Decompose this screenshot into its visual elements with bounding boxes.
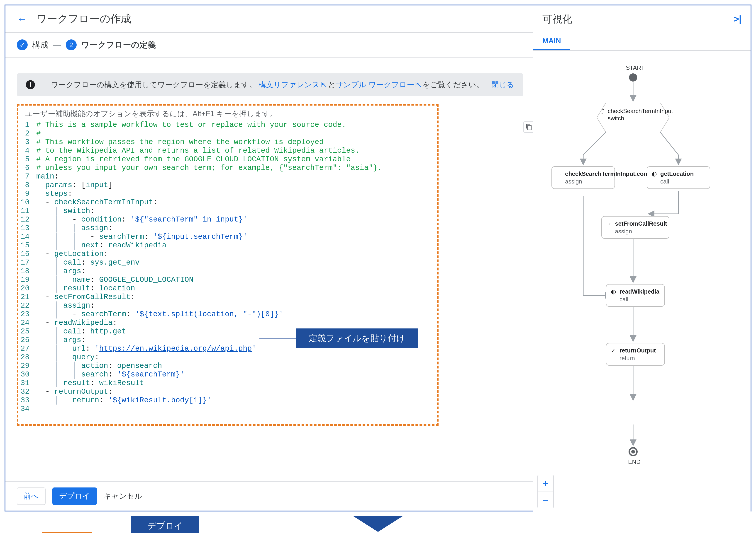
arrow-right-icon: → bbox=[555, 170, 562, 177]
down-arrow-decoration bbox=[353, 516, 403, 532]
page-title: ワークフローの作成 bbox=[36, 12, 607, 26]
graph-node-readwikipedia[interactable]: ◐ readWikipediacall bbox=[606, 284, 665, 307]
zoom-control: + − bbox=[537, 475, 554, 508]
deploy-button[interactable]: デプロイ bbox=[52, 488, 97, 505]
step-2-label: ワークフローの定義 bbox=[81, 39, 156, 51]
annotation-connector bbox=[259, 338, 296, 339]
arrow-right-icon: → bbox=[606, 220, 612, 227]
banner-link-syntax[interactable]: 構文リファレンス bbox=[258, 80, 320, 89]
visualization-title: 可視化 bbox=[542, 13, 572, 26]
external-link-icon: ⇱ bbox=[415, 80, 421, 89]
cancel-button[interactable]: キャンセル bbox=[104, 491, 142, 501]
banner-link-sample[interactable]: サンプル ワークフロー bbox=[336, 80, 414, 89]
tab-main[interactable]: MAIN bbox=[533, 33, 570, 50]
graph-node-setfromcallresult[interactable]: → setFromCallResultassign bbox=[601, 216, 669, 239]
annotation-deploy: デプロイ bbox=[131, 516, 199, 533]
globe-icon: ◐ bbox=[610, 288, 617, 295]
footer-actions: 前へ デプロイ キャンセル bbox=[6, 481, 535, 511]
graph-node-getlocation[interactable]: ◐ getLocationcall bbox=[647, 166, 710, 189]
collapse-panel-icon[interactable]: >| bbox=[734, 14, 742, 24]
graph-node-switch[interactable]: ⤴ checkSearchTermInInputswitch bbox=[597, 103, 669, 132]
globe-icon: ◐ bbox=[651, 170, 658, 177]
workflow-graph[interactable]: START ⤴ checkSearchTermInInputswitch → c… bbox=[533, 51, 750, 512]
step-2-badge: 2 bbox=[66, 39, 77, 50]
info-banner: i ワークフローの構文を使用してワークフローを定義します。 構文リファレンス⇱と… bbox=[17, 73, 523, 96]
prev-button[interactable]: 前へ bbox=[17, 488, 45, 505]
stepper: 構成 — 2 ワークフローの定義 bbox=[6, 33, 535, 58]
code-editor[interactable]: ユーザー補助機能のオプションを表示するには、Alt+F1 キーを押します。 1#… bbox=[17, 104, 439, 426]
graph-end-node bbox=[629, 447, 638, 456]
external-link-icon: ⇱ bbox=[321, 80, 327, 89]
step-1-label[interactable]: 構成 bbox=[32, 39, 48, 51]
step-1-check-icon bbox=[17, 39, 28, 50]
graph-start-node bbox=[629, 73, 637, 82]
graph-node-condition1[interactable]: → checkSearchTermInInput.condition1assig… bbox=[552, 166, 615, 189]
step-divider: — bbox=[53, 40, 61, 50]
back-arrow-icon[interactable]: ← bbox=[17, 13, 27, 25]
graph-start-label: START bbox=[626, 64, 645, 71]
zoom-in-button[interactable]: + bbox=[538, 475, 553, 492]
annotation-connector bbox=[105, 526, 131, 526]
zoom-out-button[interactable]: − bbox=[538, 492, 553, 508]
graph-end-label: END bbox=[628, 458, 640, 466]
banner-text: ワークフローの構文を使用してワークフローを定義します。 構文リファレンス⇱とサン… bbox=[51, 80, 484, 90]
branch-icon: ⤴ bbox=[601, 108, 604, 115]
info-icon: i bbox=[26, 80, 35, 89]
graph-node-returnoutput[interactable]: ✓ returnOutputreturn bbox=[606, 343, 665, 366]
check-icon: ✓ bbox=[610, 347, 617, 354]
a11y-hint: ユーザー補助機能のオプションを表示するには、Alt+F1 キーを押します。 bbox=[20, 109, 435, 121]
annotation-paste: 定義ファイルを貼り付け bbox=[296, 328, 418, 348]
banner-close-button[interactable]: 閉じる bbox=[491, 80, 514, 90]
